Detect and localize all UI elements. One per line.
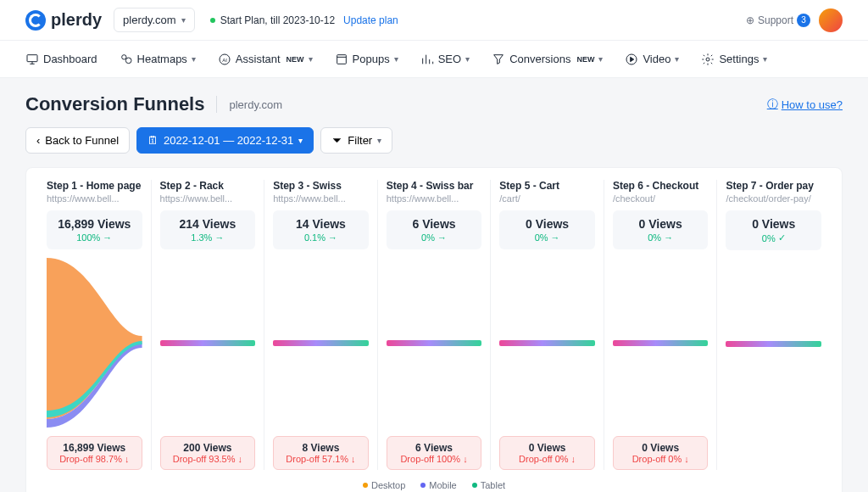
chevron-down-icon: ▾ <box>598 54 603 64</box>
step-url: /checkout/order-pay/ <box>726 193 821 204</box>
site-selector[interactable]: plerdy.com ▾ <box>114 8 195 32</box>
funnel-step: Step 4 - Swiss barhttps://www.bell...6 V… <box>378 180 492 470</box>
views-count: 6 Views <box>392 217 477 231</box>
back-button[interactable]: ‹ Back to Funnel <box>25 127 130 154</box>
logo[interactable]: plerdy <box>25 10 102 31</box>
dropoff-views: 6 Views <box>392 442 476 454</box>
avatar[interactable] <box>819 8 843 32</box>
dropoff-pct: Drop-off 57.1%↓ <box>279 454 363 464</box>
page-domain: plerdy.com <box>229 98 282 111</box>
new-badge: NEW <box>576 55 594 64</box>
views-count: 14 Views <box>278 217 364 231</box>
nav-conversions[interactable]: Conversions NEW ▾ <box>492 53 603 66</box>
arrow-right-icon: ✓ <box>778 232 786 243</box>
arrow-down-icon: ↓ <box>125 454 130 464</box>
views-pct: 0%✓ <box>731 232 816 243</box>
ai-icon: AI <box>218 53 231 66</box>
support-link[interactable]: ⊕ Support 3 <box>746 14 810 27</box>
views-pct: 100%→ <box>52 232 137 243</box>
svg-point-2 <box>125 58 131 64</box>
arrow-right-icon: → <box>103 232 112 243</box>
nav-label: SEO <box>438 53 461 65</box>
arrow-down-icon: ↓ <box>463 454 468 464</box>
filter-label: Filter <box>348 134 372 147</box>
nav-label: Video <box>643 53 670 65</box>
views-box: 14 Views0.1%→ <box>273 210 369 249</box>
step-title: Step 4 - Swiss bar <box>387 180 482 192</box>
step-title: Step 3 - Swiss <box>273 180 369 192</box>
arrow-down-icon: ↓ <box>571 454 576 464</box>
nav-label: Dashboard <box>43 53 97 65</box>
filter-button[interactable]: ⏷ Filter ▾ <box>320 127 392 154</box>
step-title: Step 6 - Checkout <box>613 180 709 192</box>
filter-icon: ⏷ <box>331 134 342 147</box>
dropoff-views: 0 Views <box>619 442 703 454</box>
dropoff-box: 16,899 ViewsDrop-off 98.7%↓ <box>47 436 142 470</box>
step-url: https://www.bell... <box>387 193 482 204</box>
funnel-flow-bar <box>387 340 482 346</box>
step-title: Step 5 - Cart <box>499 180 595 192</box>
daterange-button[interactable]: 🗓 2022-12-01 — 2022-12-31 ▾ <box>136 127 314 154</box>
topbar: plerdy plerdy.com ▾ Start Plan, till 202… <box>0 0 868 41</box>
arrow-right-icon: → <box>437 232 447 243</box>
funnel-flow-chart <box>47 258 142 428</box>
gear-icon <box>701 53 715 66</box>
help-icon: ⓘ <box>767 97 778 112</box>
step-title: Step 7 - Order pay <box>726 180 821 192</box>
toolbar: ‹ Back to Funnel 🗓 2022-12-01 — 2022-12-… <box>25 127 843 154</box>
update-plan-link[interactable]: Update plan <box>343 14 398 26</box>
dropoff-pct: Drop-off 0%↓ <box>505 454 589 464</box>
nav-video[interactable]: Video ▾ <box>625 53 679 66</box>
views-box: 214 Views1.3%→ <box>160 210 256 249</box>
views-pct: 1.3%→ <box>165 232 251 243</box>
funnel-step: Step 3 - Swisshttps://www.bell...14 View… <box>264 180 378 470</box>
support-label: Support <box>758 14 793 26</box>
plan-text: Start Plan, till 2023-10-12 <box>220 14 335 26</box>
flow-area <box>726 259 821 428</box>
dropoff-views: 8 Views <box>279 442 363 454</box>
step-url: https://www.bell... <box>47 193 142 204</box>
page-title: Conversion Funnels <box>25 93 204 115</box>
plan-info: Start Plan, till 2023-10-12 Update plan <box>210 14 398 26</box>
dropoff-pct: Drop-off 93.5%↓ <box>166 454 250 464</box>
arrow-right-icon: → <box>664 232 673 243</box>
popup-icon <box>335 53 348 66</box>
dropoff-pct: Drop-off 100%↓ <box>392 454 476 464</box>
nav-popups[interactable]: Popups ▾ <box>335 53 398 66</box>
how-to-link[interactable]: ⓘ How to use? <box>767 97 843 112</box>
flow-area <box>273 258 369 428</box>
views-count: 16,899 Views <box>52 217 137 231</box>
nav-settings[interactable]: Settings ▾ <box>701 53 767 66</box>
nav-label: Assistant <box>236 53 281 65</box>
chevron-down-icon: ▾ <box>298 136 303 145</box>
funnel-card: Step 1 - Home pagehttps://www.bell...16,… <box>25 167 843 492</box>
arrow-right-icon: → <box>214 232 224 243</box>
svg-point-7 <box>706 58 709 61</box>
brand-name: plerdy <box>51 10 102 30</box>
funnel-flow-bar <box>273 340 369 346</box>
step-url: /checkout/ <box>613 193 709 204</box>
views-count: 0 Views <box>504 217 590 231</box>
nav-assistant[interactable]: AI Assistant NEW ▾ <box>218 53 313 66</box>
dropoff-views: 0 Views <box>505 442 589 454</box>
views-count: 214 Views <box>165 217 251 231</box>
chevron-down-icon: ▾ <box>465 54 470 64</box>
logo-icon <box>25 10 46 31</box>
dropoff-pct: Drop-off 98.7%↓ <box>53 454 136 464</box>
views-count: 0 Views <box>731 217 816 231</box>
dropoff-views: 200 Views <box>166 442 250 454</box>
support-badge: 3 <box>797 14 810 27</box>
legend-tablet: Tablet <box>472 480 505 490</box>
funnel-step: Step 6 - Checkout/checkout/0 Views0%→0 V… <box>604 180 718 470</box>
flow-area <box>387 258 482 428</box>
nav-seo[interactable]: SEO ▾ <box>420 53 470 66</box>
funnel-flow-bar <box>613 340 709 346</box>
site-selector-label: plerdy.com <box>123 14 176 26</box>
chevron-down-icon: ▾ <box>309 54 313 64</box>
support-icon: ⊕ <box>746 14 754 26</box>
nav-heatmaps[interactable]: Heatmaps ▾ <box>120 53 196 66</box>
nav-dashboard[interactable]: Dashboard <box>25 53 97 66</box>
svg-text:AI: AI <box>222 57 227 62</box>
funnel-step: Step 2 - Rackhttps://www.bell...214 View… <box>152 180 265 470</box>
funnel-step: Step 5 - Cart/cart/0 Views0%→0 ViewsDrop… <box>491 180 604 470</box>
